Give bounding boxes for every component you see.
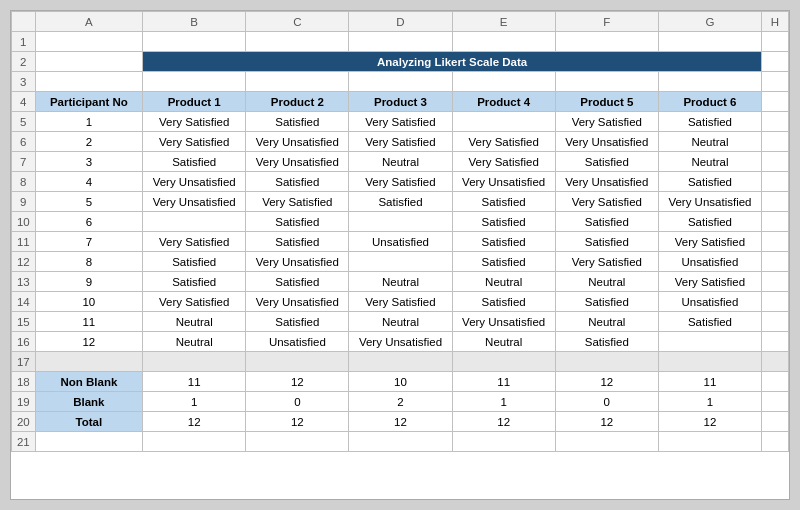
total-p6: 12: [658, 412, 761, 432]
total-p2: 12: [246, 412, 349, 432]
table-row: 15 11 Neutral Satisfied Neutral Very Uns…: [12, 312, 789, 332]
col-e-label: E: [452, 12, 555, 32]
blank-label: Blank: [35, 392, 142, 412]
row-18-nonblank: 18 Non Blank 11 12 10 11 12 11: [12, 372, 789, 392]
blank-p3: 2: [349, 392, 452, 412]
blank-p1: 1: [143, 392, 246, 412]
header-product1: Product 1: [143, 92, 246, 112]
row-17-spacer: 17: [12, 352, 789, 372]
col-a-label: A: [35, 12, 142, 32]
table-row: 8 4 Very Unsatisfied Satisfied Very Sati…: [12, 172, 789, 192]
non-blank-p4: 11: [452, 372, 555, 392]
row-1: 1: [12, 32, 789, 52]
col-header-row: A B C D E F G H: [12, 12, 789, 32]
row-4-headers: 4 Participant No Product 1 Product 2 Pro…: [12, 92, 789, 112]
row-2-title: 2 Analyzing Likert Scale Data: [12, 52, 789, 72]
table-row: 16 12 Neutral Unsatisfied Very Unsatisfi…: [12, 332, 789, 352]
table-row: 9 5 Very Unsatisfied Very Satisfied Sati…: [12, 192, 789, 212]
non-blank-p2: 12: [246, 372, 349, 392]
total-p1: 12: [143, 412, 246, 432]
total-p5: 12: [555, 412, 658, 432]
corner-cell: [12, 12, 36, 32]
header-participant: Participant No: [35, 92, 142, 112]
non-blank-label: Non Blank: [35, 372, 142, 392]
non-blank-p5: 12: [555, 372, 658, 392]
blank-p5: 0: [555, 392, 658, 412]
col-b-label: B: [143, 12, 246, 32]
header-product4: Product 4: [452, 92, 555, 112]
row-19-blank: 19 Blank 1 0 2 1 0 1: [12, 392, 789, 412]
non-blank-p6: 11: [658, 372, 761, 392]
blank-p6: 1: [658, 392, 761, 412]
total-p4: 12: [452, 412, 555, 432]
grid-table: A B C D E F G H 1: [11, 11, 789, 452]
table-row: 12 8 Satisfied Very Unsatisfied Satisfie…: [12, 252, 789, 272]
col-d-label: D: [349, 12, 452, 32]
col-h-label: H: [762, 12, 789, 32]
header-product3: Product 3: [349, 92, 452, 112]
col-g-label: G: [658, 12, 761, 32]
table-row: 11 7 Very Satisfied Satisfied Unsatisfie…: [12, 232, 789, 252]
row-21: 21: [12, 432, 789, 452]
blank-p2: 0: [246, 392, 349, 412]
table-row: 7 3 Satisfied Very Unsatisfied Neutral V…: [12, 152, 789, 172]
total-p3: 12: [349, 412, 452, 432]
header-product5: Product 5: [555, 92, 658, 112]
table-row: 10 6 Satisfied Satisfied Satisfied Satis…: [12, 212, 789, 232]
spreadsheet-title: Analyzing Likert Scale Data: [143, 52, 762, 72]
total-label: Total: [35, 412, 142, 432]
non-blank-p1: 11: [143, 372, 246, 392]
blank-p4: 1: [452, 392, 555, 412]
non-blank-p3: 10: [349, 372, 452, 392]
row-20-total: 20 Total 12 12 12 12 12 12: [12, 412, 789, 432]
col-f-label: F: [555, 12, 658, 32]
spreadsheet: A B C D E F G H 1: [10, 10, 790, 500]
header-product2: Product 2: [246, 92, 349, 112]
table-row: 13 9 Satisfied Satisfied Neutral Neutral…: [12, 272, 789, 292]
row-3: 3: [12, 72, 789, 92]
header-product6: Product 6: [658, 92, 761, 112]
table-row: 14 10 Very Satisfied Very Unsatisfied Ve…: [12, 292, 789, 312]
col-c-label: C: [246, 12, 349, 32]
table-row: 5 1 Very Satisfied Satisfied Very Satisf…: [12, 112, 789, 132]
table-row: 6 2 Very Satisfied Very Unsatisfied Very…: [12, 132, 789, 152]
